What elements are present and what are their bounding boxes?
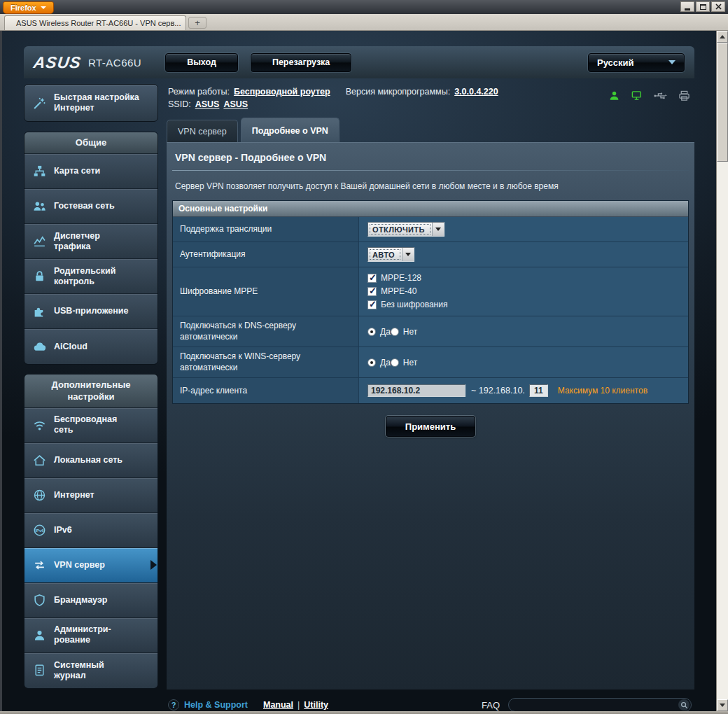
- select-arrow-button[interactable]: [402, 248, 414, 261]
- sidebar-item-aicloud[interactable]: AiCloud: [24, 329, 158, 364]
- logout-button[interactable]: Выход: [165, 53, 238, 72]
- sidebar-item-label: AiCloud: [54, 342, 88, 352]
- printer-icon[interactable]: [678, 90, 690, 102]
- select-value: АВТО: [368, 248, 402, 261]
- close-icon: [715, 4, 722, 10]
- apply-button[interactable]: Применить: [386, 416, 475, 437]
- authentication-select[interactable]: АВТО: [368, 247, 414, 262]
- title-bar: Firefox: [0, 0, 728, 14]
- wins-no-radio[interactable]: [391, 358, 399, 367]
- scroll-down-button[interactable]: [717, 699, 728, 711]
- firefox-menu-button[interactable]: Firefox: [3, 1, 54, 14]
- guest-network-icon: [30, 200, 48, 213]
- sidebar-item-wireless[interactable]: Беспроводная сеть: [24, 408, 158, 443]
- utility-link[interactable]: Utility: [304, 700, 328, 710]
- select-value: ОТКЛЮЧИТЬ: [368, 223, 432, 236]
- mppe-40-checkbox[interactable]: [368, 287, 377, 296]
- reboot-button[interactable]: Перезагрузка: [251, 53, 351, 72]
- vpn-icon: [30, 559, 48, 572]
- select-arrow-button[interactable]: [432, 223, 444, 236]
- sidebar-item-label: VPN сервер: [54, 560, 105, 570]
- sidebar: Быстрая настройка Интернет Общие Карта с…: [24, 84, 158, 711]
- usb-icon[interactable]: [654, 90, 668, 101]
- sidebar-item-quick-setup[interactable]: Быстрая настройка Интернет: [24, 84, 158, 122]
- sidebar-item-traffic-manager[interactable]: Диспетчер трафика: [24, 224, 158, 259]
- firmware-version-link[interactable]: 3.0.0.4.220: [454, 87, 498, 97]
- svg-text:IPv6: IPv6: [35, 528, 44, 533]
- sidebar-section-general: Общие Карта сети: [24, 132, 158, 365]
- sidebar-item-administration[interactable]: Администри- рование: [24, 618, 158, 653]
- ssid-link-1[interactable]: ASUS: [195, 99, 220, 109]
- broadcast-support-label: Поддержка трансляции: [180, 224, 272, 235]
- manual-link[interactable]: Manual: [263, 700, 293, 710]
- sidebar-item-label: USB-приложение: [54, 306, 129, 316]
- page-title: VPN сервер - Подробнее о VPN: [171, 143, 690, 170]
- ssid-link-2[interactable]: ASUS: [223, 99, 248, 109]
- sidebar-item-vpn-server[interactable]: VPN сервер: [24, 548, 158, 583]
- dns-no-radio[interactable]: [391, 328, 399, 336]
- sidebar-item-parental-control[interactable]: Родительский контроль: [24, 259, 158, 294]
- new-tab-button[interactable]: +: [188, 17, 206, 29]
- arrow-up-icon: [720, 35, 725, 38]
- broadcast-support-select[interactable]: ОТКЛЮЧИТЬ: [368, 222, 444, 237]
- ssid-label: SSID:: [168, 99, 191, 109]
- tab-vpn-details[interactable]: Подробнее о VPN: [241, 118, 340, 142]
- firmware-label: Версия микропрограммы:: [346, 87, 450, 97]
- sidebar-item-network-map[interactable]: Карта сети: [24, 154, 158, 189]
- sidebar-item-guest-network[interactable]: Гостевая сеть: [24, 189, 158, 224]
- sidebar-item-firewall[interactable]: Брандмауэр: [24, 583, 158, 618]
- status-bar: Режим работы: Беспроводной роутер Версия…: [167, 84, 694, 116]
- clients-icon[interactable]: [608, 90, 620, 102]
- client-ip-start-input[interactable]: [368, 384, 465, 397]
- sidebar-item-usb-application[interactable]: USB-приложение: [24, 294, 158, 329]
- sidebar-item-system-log[interactable]: Системный журнал: [24, 653, 158, 688]
- wins-yes-radio[interactable]: [368, 358, 376, 367]
- magic-wand-icon: [30, 97, 48, 110]
- language-selector[interactable]: Русский: [588, 53, 685, 72]
- close-button[interactable]: [711, 1, 725, 12]
- sidebar-item-label: Диспетчер трафика: [54, 231, 100, 252]
- dns-yes-radio[interactable]: [368, 328, 376, 336]
- scrollbar-track[interactable]: [717, 43, 728, 699]
- faq-search-input[interactable]: [516, 700, 678, 710]
- router-header: ASUS RT-AC66U Выход Перезагрузка Русский: [24, 46, 694, 78]
- page-background: ASUS RT-AC66U Выход Перезагрузка Русский: [2, 31, 716, 711]
- minimize-button[interactable]: [680, 1, 694, 12]
- no-encryption-checkbox[interactable]: [368, 300, 377, 309]
- radio-label: Нет: [403, 327, 417, 337]
- magnifier-icon: [680, 701, 688, 709]
- tab-vpn-server[interactable]: VPN сервер: [167, 120, 238, 142]
- maximize-button[interactable]: [696, 1, 710, 12]
- sidebar-item-lan[interactable]: Локальная сеть: [24, 443, 158, 478]
- table-section-title: Основные настройки: [173, 201, 688, 217]
- help-icon: ?: [168, 699, 179, 710]
- footer-separator: |: [298, 700, 300, 710]
- language-label: Русский: [597, 57, 634, 68]
- network-monitor-icon[interactable]: [631, 90, 643, 102]
- setting-row-mppe: Шифрование MPPE MPPE-128 MPP: [173, 267, 688, 316]
- browser-scrollbar[interactable]: [716, 31, 728, 711]
- sidebar-item-label: Администри- рование: [54, 624, 111, 645]
- mppe-128-checkbox[interactable]: [368, 274, 377, 283]
- scrollbar-thumb[interactable]: [717, 43, 728, 162]
- sidebar-item-ipv6[interactable]: IPv6 IPv6: [24, 513, 158, 548]
- sidebar-item-internet[interactable]: Интернет: [24, 478, 158, 513]
- checkbox-label: MPPE-128: [381, 273, 421, 283]
- scroll-up-button[interactable]: [717, 31, 728, 43]
- sidebar-item-label: Быстрая настройка Интернет: [54, 92, 139, 113]
- search-button[interactable]: [678, 699, 690, 710]
- browser-tab[interactable]: ASUS Wireless Router RT-AC66U - VPN серв…: [4, 15, 186, 30]
- client-ip-end-input[interactable]: [529, 384, 548, 397]
- firewall-shield-icon: [30, 594, 48, 607]
- router-ui: ASUS RT-AC66U Выход Перезагрузка Русский: [24, 46, 694, 711]
- sidebar-item-label: IPv6: [54, 525, 72, 536]
- sidebar-item-label: Беспроводная сеть: [54, 414, 117, 435]
- help-support-link[interactable]: Help & Support: [184, 700, 248, 710]
- sidebar-section-advanced-title: Дополнительные настройки: [24, 374, 158, 408]
- aicloud-icon: [30, 340, 48, 354]
- operation-mode-link[interactable]: Беспроводной роутер: [234, 87, 330, 97]
- tab-title: ASUS Wireless Router RT-AC66U - VPN серв…: [16, 19, 181, 27]
- client-ip-note: Максимум 10 клиентов: [558, 386, 648, 396]
- radio-label: Нет: [403, 358, 417, 368]
- traffic-manager-icon: [30, 234, 48, 248]
